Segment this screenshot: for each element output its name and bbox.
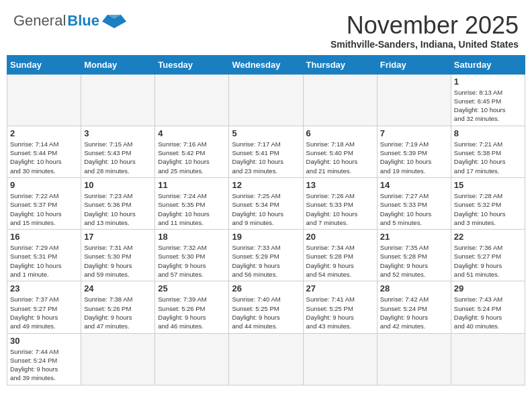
day-info: Sunrise: 7:19 AM Sunset: 5:39 PM Dayligh… <box>380 140 448 175</box>
week-row-2: 9Sunrise: 7:22 AM Sunset: 5:37 PM Daylig… <box>7 177 525 229</box>
day-number: 10 <box>84 180 152 190</box>
day-cell: 27Sunrise: 7:41 AM Sunset: 5:25 PM Dayli… <box>303 281 377 333</box>
day-info: Sunrise: 7:29 AM Sunset: 5:31 PM Dayligh… <box>10 243 78 279</box>
day-cell: 6Sunrise: 7:18 AM Sunset: 5:40 PM Daylig… <box>303 126 377 177</box>
day-cell: 3Sunrise: 7:15 AM Sunset: 5:43 PM Daylig… <box>81 126 155 177</box>
title-area: November 2025 Smithville-Sanders, Indian… <box>330 12 519 50</box>
day-cell: 29Sunrise: 7:43 AM Sunset: 5:24 PM Dayli… <box>451 281 525 333</box>
day-number: 16 <box>10 232 78 242</box>
calendar-subtitle: Smithville-Sanders, Indiana, United Stat… <box>330 39 519 50</box>
day-cell: 18Sunrise: 7:32 AM Sunset: 5:30 PM Dayli… <box>155 230 229 281</box>
day-cell: 16Sunrise: 7:29 AM Sunset: 5:31 PM Dayli… <box>7 230 81 281</box>
day-number: 30 <box>10 336 78 346</box>
day-info: Sunrise: 7:27 AM Sunset: 5:33 PM Dayligh… <box>380 191 448 227</box>
week-row-4: 23Sunrise: 7:37 AM Sunset: 5:27 PM Dayli… <box>7 281 525 333</box>
day-cell: 2Sunrise: 7:14 AM Sunset: 5:44 PM Daylig… <box>7 126 81 177</box>
day-cell: 8Sunrise: 7:21 AM Sunset: 5:38 PM Daylig… <box>451 126 525 177</box>
day-info: Sunrise: 7:25 AM Sunset: 5:34 PM Dayligh… <box>232 191 300 227</box>
col-wednesday: Wednesday <box>229 55 303 74</box>
day-info: Sunrise: 7:37 AM Sunset: 5:27 PM Dayligh… <box>10 295 78 330</box>
day-info: Sunrise: 7:21 AM Sunset: 5:38 PM Dayligh… <box>454 140 522 175</box>
col-tuesday: Tuesday <box>155 55 229 74</box>
day-number: 11 <box>158 180 226 190</box>
day-cell: 15Sunrise: 7:28 AM Sunset: 5:32 PM Dayli… <box>451 177 525 229</box>
day-info: Sunrise: 7:26 AM Sunset: 5:33 PM Dayligh… <box>306 191 374 227</box>
day-info: Sunrise: 7:14 AM Sunset: 5:44 PM Dayligh… <box>10 140 78 175</box>
day-number: 25 <box>158 283 226 293</box>
week-row-0: 1Sunrise: 8:13 AM Sunset: 6:45 PM Daylig… <box>7 74 525 126</box>
logo-blue-text: Blue <box>67 12 99 30</box>
col-friday: Friday <box>377 55 451 74</box>
day-info: Sunrise: 7:28 AM Sunset: 5:32 PM Dayligh… <box>454 191 522 227</box>
day-cell: 13Sunrise: 7:26 AM Sunset: 5:33 PM Dayli… <box>303 177 377 229</box>
day-info: Sunrise: 7:32 AM Sunset: 5:30 PM Dayligh… <box>158 243 226 279</box>
day-cell: 24Sunrise: 7:38 AM Sunset: 5:26 PM Dayli… <box>81 281 155 333</box>
day-cell <box>155 333 229 385</box>
logo-area: General Blue <box>13 12 126 30</box>
day-number: 26 <box>232 283 300 293</box>
day-cell <box>303 74 377 126</box>
day-number: 15 <box>454 180 522 190</box>
day-info: Sunrise: 7:33 AM Sunset: 5:29 PM Dayligh… <box>232 243 300 279</box>
day-number: 20 <box>306 232 374 242</box>
day-cell: 10Sunrise: 7:23 AM Sunset: 5:36 PM Dayli… <box>81 177 155 229</box>
day-info: Sunrise: 7:40 AM Sunset: 5:25 PM Dayligh… <box>232 295 300 330</box>
day-info: Sunrise: 7:34 AM Sunset: 5:28 PM Dayligh… <box>306 243 374 279</box>
day-info: Sunrise: 7:23 AM Sunset: 5:36 PM Dayligh… <box>84 191 152 227</box>
day-cell <box>81 74 155 126</box>
day-number: 23 <box>10 283 78 293</box>
day-info: Sunrise: 7:15 AM Sunset: 5:43 PM Dayligh… <box>84 140 152 175</box>
day-cell <box>229 74 303 126</box>
logo-icon <box>102 13 126 28</box>
day-info: Sunrise: 7:38 AM Sunset: 5:26 PM Dayligh… <box>84 295 152 330</box>
day-info: Sunrise: 7:18 AM Sunset: 5:40 PM Dayligh… <box>306 140 374 175</box>
day-cell <box>377 74 451 126</box>
day-info: Sunrise: 7:31 AM Sunset: 5:30 PM Dayligh… <box>84 243 152 279</box>
day-cell: 21Sunrise: 7:35 AM Sunset: 5:28 PM Dayli… <box>377 230 451 281</box>
day-cell: 26Sunrise: 7:40 AM Sunset: 5:25 PM Dayli… <box>229 281 303 333</box>
day-cell <box>155 74 229 126</box>
day-cell: 25Sunrise: 7:39 AM Sunset: 5:26 PM Dayli… <box>155 281 229 333</box>
day-number: 22 <box>454 232 522 242</box>
day-number: 24 <box>84 283 152 293</box>
day-cell: 1Sunrise: 8:13 AM Sunset: 6:45 PM Daylig… <box>451 74 525 126</box>
day-info: Sunrise: 7:36 AM Sunset: 5:27 PM Dayligh… <box>454 243 522 279</box>
day-cell: 30Sunrise: 7:44 AM Sunset: 5:24 PM Dayli… <box>7 333 81 385</box>
logo: General Blue <box>13 12 126 30</box>
header-row: Sunday Monday Tuesday Wednesday Thursday… <box>7 55 525 74</box>
day-info: Sunrise: 7:24 AM Sunset: 5:35 PM Dayligh… <box>158 191 226 227</box>
col-monday: Monday <box>81 55 155 74</box>
logo-general-text: General <box>13 12 66 30</box>
day-cell: 5Sunrise: 7:17 AM Sunset: 5:41 PM Daylig… <box>229 126 303 177</box>
header: General Blue November 2025 Smithville-Sa… <box>7 7 525 55</box>
day-number: 8 <box>454 128 522 138</box>
day-cell: 22Sunrise: 7:36 AM Sunset: 5:27 PM Dayli… <box>451 230 525 281</box>
day-number: 12 <box>232 180 300 190</box>
day-number: 18 <box>158 232 226 242</box>
day-number: 2 <box>10 128 78 138</box>
day-number: 19 <box>232 232 300 242</box>
day-cell: 12Sunrise: 7:25 AM Sunset: 5:34 PM Dayli… <box>229 177 303 229</box>
day-cell <box>229 333 303 385</box>
week-row-1: 2Sunrise: 7:14 AM Sunset: 5:44 PM Daylig… <box>7 126 525 177</box>
day-cell <box>377 333 451 385</box>
day-cell: 20Sunrise: 7:34 AM Sunset: 5:28 PM Dayli… <box>303 230 377 281</box>
calendar-title: November 2025 <box>330 12 519 39</box>
day-number: 6 <box>306 128 374 138</box>
day-info: Sunrise: 7:35 AM Sunset: 5:28 PM Dayligh… <box>380 243 448 279</box>
day-number: 9 <box>10 180 78 190</box>
calendar-table: Sunday Monday Tuesday Wednesday Thursday… <box>7 55 525 385</box>
week-row-5: 30Sunrise: 7:44 AM Sunset: 5:24 PM Dayli… <box>7 333 525 385</box>
day-info: Sunrise: 7:42 AM Sunset: 5:24 PM Dayligh… <box>380 295 448 330</box>
day-cell: 28Sunrise: 7:42 AM Sunset: 5:24 PM Dayli… <box>377 281 451 333</box>
day-cell: 23Sunrise: 7:37 AM Sunset: 5:27 PM Dayli… <box>7 281 81 333</box>
day-info: Sunrise: 7:43 AM Sunset: 5:24 PM Dayligh… <box>454 295 522 330</box>
day-number: 4 <box>158 128 226 138</box>
day-cell: 19Sunrise: 7:33 AM Sunset: 5:29 PM Dayli… <box>229 230 303 281</box>
day-cell: 11Sunrise: 7:24 AM Sunset: 5:35 PM Dayli… <box>155 177 229 229</box>
day-cell <box>81 333 155 385</box>
day-cell: 9Sunrise: 7:22 AM Sunset: 5:37 PM Daylig… <box>7 177 81 229</box>
day-cell: 4Sunrise: 7:16 AM Sunset: 5:42 PM Daylig… <box>155 126 229 177</box>
day-info: Sunrise: 7:16 AM Sunset: 5:42 PM Dayligh… <box>158 140 226 175</box>
day-number: 28 <box>380 283 448 293</box>
